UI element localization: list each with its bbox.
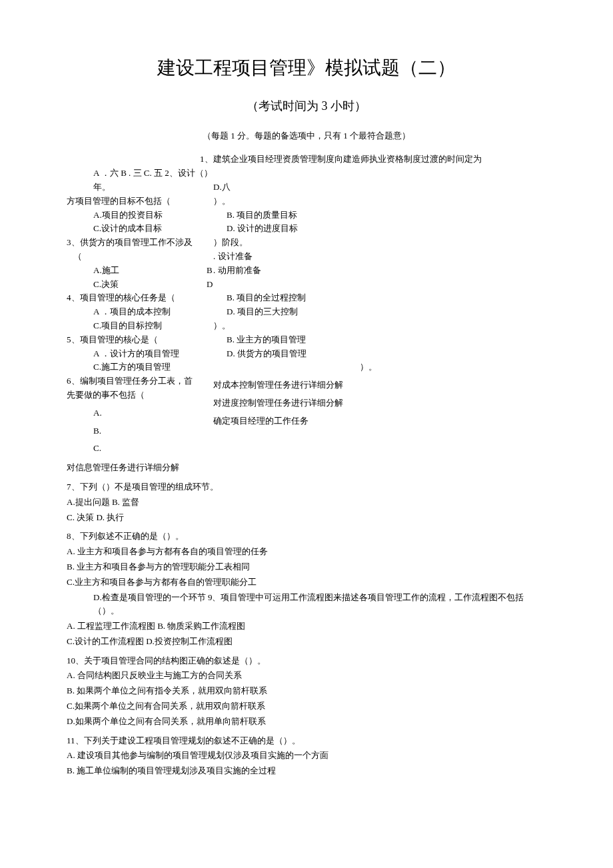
q8-option-a: A. 业主方和项目各参与方都有各自的项目管理的任务 [67,545,546,559]
q9-options-cd: C.设计的工作流程图 D.投资控制工作流程图 [67,635,546,649]
q6-c-text: 确定项目经理的工作任务 [213,414,546,428]
q2-option-b: B. 项目的质量目标 [227,209,546,222]
q2-option-d: D. 设计的进度目标 [227,222,546,236]
q8-option-d-q9-stem: D.检查是项目管理的一个环节 9、项目管理中可运用工作流程图来描述各项目管理工作… [93,591,546,619]
q11-option-b: B. 施工单位编制的项目管理规划涉及项目实施的全过程 [67,764,546,778]
content-body: 1、建筑企业项目经理资质管理制度向建造师执业资格制度过渡的时间定为 A ．六 B… [67,153,546,778]
q6-c-label: C. [93,442,213,456]
q7-stem: 7、下列（）不是项目管理的组成环节。 [67,480,546,494]
q3-paren-close: ）阶段。 [213,236,546,250]
q5-option-a: A ．设计方的项目管理 [93,347,213,361]
q5-paren: ）。 [213,319,546,333]
q3-d-label: D [207,278,213,292]
q6-paren: ）。 [360,360,546,374]
q6-a-text: 对成本控制管理任务进行详细分解 [213,378,546,392]
q10-option-c: C.如果两个单位之间有合同关系，就用双向箭杆联系 [67,699,546,713]
q7-options-ab: A.提出问题 B. 监督 [67,496,546,510]
q5-option-b: B. 业主方的项目管理 [227,333,546,347]
q5-option-c: C.施工方的项目管理 [93,360,213,374]
q6-b-text: 对进度控制管理任务进行详细分解 [213,396,546,410]
page-title: 建设工程项目管理》模拟试题（二） [67,53,546,83]
q4-option-c: C.项目的目标控制 [93,319,213,333]
q9-options-ab: A. 工程监理工作流程图 B. 物质采购工作流程图 [67,620,546,634]
q2-paren: ）。 [213,195,546,209]
q5-option-d: D. 供货方的项目管理 [227,347,546,361]
q1-option-d: D.八 [213,181,546,195]
q11-stem: 11、下列关于建设工程项目管理规划的叙述不正确的是（）。 [67,734,546,748]
page-subtitle: （考试时间为 3 小时） [67,97,546,116]
q10-option-a: A. 合同结构图只反映业主与施工方的合同关系 [67,669,546,683]
q4-option-a: A ．项目的成本控制 [93,305,213,319]
q3-option-c: C.决策 [93,278,207,292]
q5-stem: 5、项目管理的核心是（ [67,333,213,347]
q6-b-label: B. [93,424,213,438]
q11-option-a: A. 建设项目其他参与编制的项目管理规划仅涉及项目实施的一个方面 [67,749,546,763]
q8-option-b: B. 业主方和项目各参与方的管理职能分工表相同 [67,560,546,574]
q3-paren-open: （ [73,250,213,264]
q2-option-c: C.设计的成本目标 [93,222,213,236]
q2-option-a: A.项目的投资目标 [93,209,213,222]
q10-stem: 10、关于项目管理合同的结构图正确的叙述是（）。 [67,654,546,668]
q4-option-b: B. 项目的全过程控制 [227,291,546,305]
q2-stem: 方项目管理的目标不包括（ [67,195,213,209]
instruction: （每题 1 分。每题的备选项中，只有 1 个最符合题意） [67,129,546,143]
q3-option-a: A.施工 [93,264,207,278]
q3-stem: 3、供货方的项目管理工作不涉及 [67,236,213,250]
q4-stem: 4、项目管理的核心任务是（ [67,291,213,305]
q3-b-text: . 设计准备 [213,250,546,264]
q10-option-b: B. 如果两个单位之间有指令关系，就用双向箭杆联系 [67,684,546,698]
q6-a-label: A. [93,406,213,420]
q1-options-left: A ．六 B . 三 C. 五 2、设计（）年。 [93,167,213,195]
q8-option-c: C.业主方和项目各参与方都有各自的管理职能分工 [67,576,546,590]
q8d-text: D.检查是项目管理的一个环节 9、项目管理中可运用工作流程图来描述各项目管理工作… [93,592,524,616]
q3-d-text: . 动用前准备 [213,264,546,278]
q6-stem2: 先要做的事不包括（ [67,388,213,402]
q7-options-cd: C. 决策 D. 执行 [67,511,546,525]
q6-stem: 6、编制项目管理任务分工表，首 [67,374,213,388]
q3-b-label: B [207,264,213,278]
q1-intro: 1、建筑企业项目经理资质管理制度向建造师执业资格制度过渡的时间定为 [200,153,546,167]
q6-extra: 对信息管理任务进行详细分解 [67,461,546,475]
q4-option-d: D. 项目的三大控制 [227,305,546,319]
q10-option-d: D.如果两个单位之间有合同关系，就用单向箭杆联系 [67,715,546,729]
q8-stem: 8、下列叙述不正确的是（）。 [67,530,546,544]
